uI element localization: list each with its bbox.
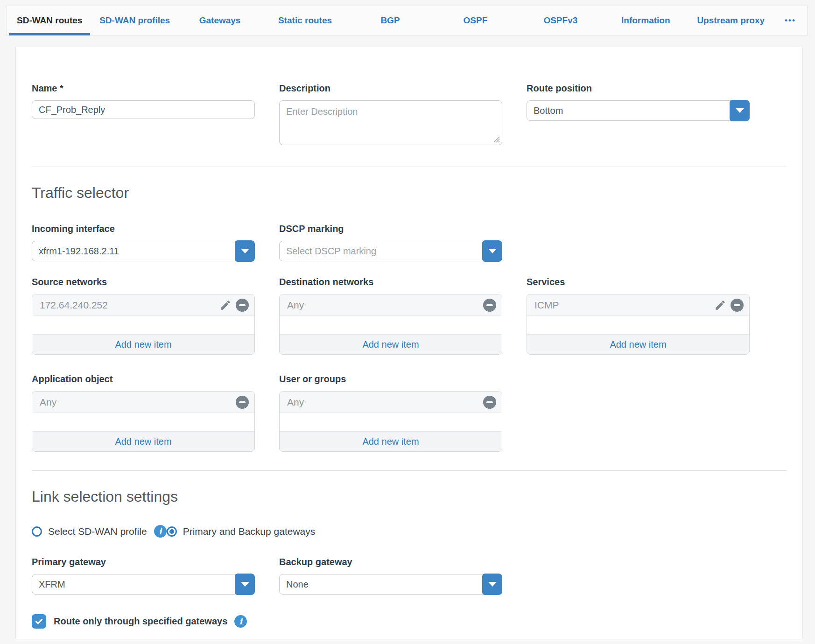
chevron-down-icon[interactable]: [482, 240, 502, 262]
description-textarea[interactable]: [279, 100, 502, 145]
user-or-groups-label: User or groups: [279, 373, 502, 385]
chevron-down-icon[interactable]: [235, 574, 255, 595]
application-object-listbox: Any Add new item: [32, 391, 255, 452]
route-only-checkbox[interactable]: [32, 614, 46, 629]
add-new-item-button[interactable]: Add new item: [280, 431, 502, 451]
radio-label: Select SD-WAN profile: [48, 526, 147, 537]
backup-gateway-field-group: Backup gateway None: [279, 556, 502, 595]
chevron-down-icon[interactable]: [730, 100, 750, 121]
list-item-text: 172.64.240.252: [40, 300, 108, 311]
user-or-groups-field-group: User or groups Any Add new item: [279, 373, 502, 452]
tab-sd-wan-routes[interactable]: SD-WAN routes: [7, 6, 92, 35]
backup-gateway-label: Backup gateway: [279, 556, 502, 567]
radio-select-sd-wan-profile[interactable]: Select SD-WAN profile: [32, 526, 147, 537]
description-field-group: Description: [279, 83, 502, 147]
list-item-text: Any: [287, 300, 304, 311]
list-item-text: Any: [287, 397, 304, 408]
add-new-item-button[interactable]: Add new item: [32, 431, 254, 451]
name-input[interactable]: [32, 100, 255, 119]
list-item-text: ICMP: [534, 300, 559, 311]
tab-ospf[interactable]: OSPF: [433, 6, 518, 35]
tab-information[interactable]: Information: [603, 6, 688, 35]
list-item: ICMP: [527, 294, 749, 316]
list-empty-area: [280, 316, 502, 334]
primary-gateway-select[interactable]: XFRM: [32, 574, 255, 595]
section-divider: [32, 167, 787, 167]
edit-icon[interactable]: [219, 299, 232, 311]
primary-gateway-field-group: Primary gateway XFRM: [32, 556, 255, 595]
list-empty-area: [32, 413, 254, 431]
link-selection-heading: Link selection settings: [32, 488, 787, 505]
remove-icon[interactable]: [483, 396, 496, 409]
backup-gateway-select[interactable]: None: [279, 574, 502, 595]
remove-icon[interactable]: [731, 299, 744, 312]
primary-gateway-value: XFRM: [39, 579, 65, 590]
remove-icon[interactable]: [236, 299, 249, 312]
route-position-value: Bottom: [534, 105, 563, 116]
add-new-item-button[interactable]: Add new item: [32, 334, 254, 354]
source-networks-label: Source networks: [32, 276, 255, 287]
incoming-interface-value: xfrm1-192.168.2.11: [39, 246, 119, 257]
route-position-label: Route position: [527, 83, 750, 94]
name-field-group: Name *: [32, 83, 255, 147]
source-networks-listbox: 172.64.240.252 Add new item: [32, 294, 255, 355]
chevron-down-icon[interactable]: [482, 574, 502, 595]
tab-gateways[interactable]: Gateways: [177, 6, 262, 35]
incoming-interface-label: Incoming interface: [32, 223, 255, 234]
route-position-select[interactable]: Bottom: [527, 100, 750, 121]
remove-icon[interactable]: [483, 299, 496, 312]
destination-networks-label: Destination networks: [279, 276, 502, 287]
sd-wan-route-form: Name * Description Route position Bottom…: [15, 47, 803, 639]
chevron-down-icon[interactable]: [235, 240, 255, 262]
tab-upstream-proxy[interactable]: Upstream proxy: [689, 6, 773, 35]
info-icon[interactable]: i: [234, 615, 247, 628]
radio-icon[interactable]: [32, 526, 42, 537]
dscp-marking-placeholder: Select DSCP marking: [286, 246, 376, 257]
tab-bgp[interactable]: BGP: [348, 6, 433, 35]
source-networks-field-group: Source networks 172.64.240.252 Add new i…: [32, 276, 255, 355]
tab-ospfv3[interactable]: OSPFv3: [518, 6, 603, 35]
list-empty-area: [280, 413, 502, 431]
edit-icon[interactable]: [714, 299, 726, 311]
application-object-field-group: Application object Any Add new item: [32, 373, 255, 452]
tab-static-routes[interactable]: Static routes: [262, 6, 347, 35]
backup-gateway-value: None: [286, 579, 309, 590]
primary-gateway-label: Primary gateway: [32, 556, 255, 567]
section-divider: [32, 470, 787, 471]
dscp-marking-label: DSCP marking: [279, 223, 502, 234]
radio-icon[interactable]: [167, 526, 177, 537]
route-only-label: Route only through specified gateways: [54, 616, 227, 627]
dscp-marking-field-group: DSCP marking Select DSCP marking: [279, 223, 502, 261]
tab-bar: SD-WAN routes SD-WAN profiles Gateways S…: [7, 6, 808, 35]
info-icon[interactable]: i: [154, 525, 167, 538]
list-empty-area: [527, 316, 749, 334]
list-item: Any: [280, 392, 502, 413]
incoming-interface-field-group: Incoming interface xfrm1-192.168.2.11: [32, 223, 255, 261]
route-position-field-group: Route position Bottom: [527, 83, 750, 147]
check-icon: [34, 616, 44, 626]
list-item-text: Any: [40, 397, 56, 408]
dscp-marking-select[interactable]: Select DSCP marking: [279, 241, 502, 261]
radio-label: Primary and Backup gateways: [183, 526, 316, 537]
application-object-label: Application object: [32, 373, 255, 385]
incoming-interface-select[interactable]: xfrm1-192.168.2.11: [32, 241, 255, 261]
user-or-groups-listbox: Any Add new item: [279, 391, 502, 452]
traffic-selector-heading: Traffic selector: [32, 184, 787, 202]
tab-sd-wan-profiles[interactable]: SD-WAN profiles: [92, 6, 177, 35]
name-label: Name *: [32, 83, 255, 94]
list-item: Any: [280, 294, 502, 316]
destination-networks-field-group: Destination networks Any Add new item: [279, 276, 502, 355]
add-new-item-button[interactable]: Add new item: [280, 334, 502, 354]
services-listbox: ICMP Add new item: [527, 294, 750, 355]
services-label: Services: [527, 276, 750, 287]
list-item: Any: [32, 392, 254, 413]
list-empty-area: [32, 316, 254, 334]
list-item: 172.64.240.252: [32, 294, 254, 316]
tab-more-icon[interactable]: •••: [773, 6, 807, 35]
destination-networks-listbox: Any Add new item: [279, 294, 502, 355]
remove-icon[interactable]: [236, 396, 249, 409]
radio-primary-backup-gateways[interactable]: Primary and Backup gateways: [167, 526, 316, 537]
services-field-group: Services ICMP Add new item: [527, 276, 750, 355]
add-new-item-button[interactable]: Add new item: [527, 334, 749, 354]
description-label: Description: [279, 83, 502, 94]
